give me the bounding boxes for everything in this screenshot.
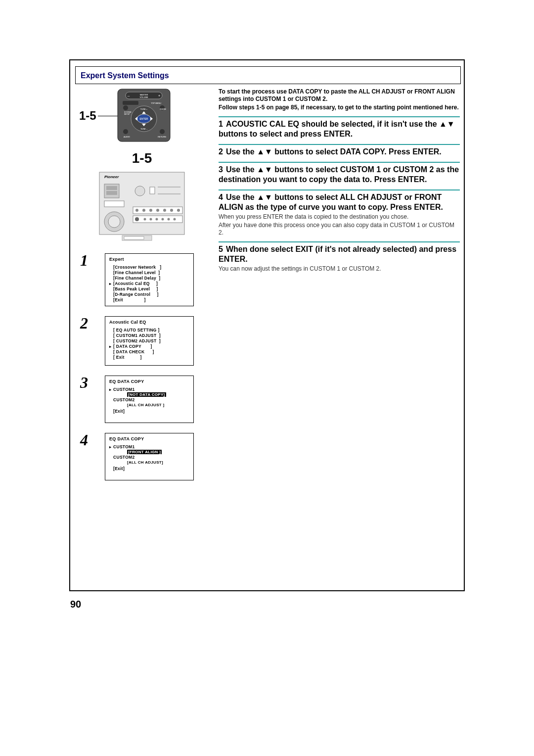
step-4-heading: 4Use the ▲▼ buttons to select ALL CH ADJ… [219, 192, 460, 212]
page: Expert System Settings 1-5 MASTER VOLUME… [0, 0, 534, 756]
svg-rect-6 [123, 101, 138, 105]
section-header: Expert System Settings [75, 66, 461, 84]
svg-point-39 [149, 209, 152, 212]
osd-screen-1: Expert [Crossover Network ] [Fine Channe… [105, 253, 194, 306]
svg-text:SETUP: SETUP [124, 113, 130, 115]
step-3-heading: 3Use the ▲▼ buttons to select CUSTOM 1 o… [219, 165, 460, 185]
svg-point-43 [177, 209, 180, 212]
osd-screen-4: EQ DATA COPY CUSTOM1 [FRONT ALIGN ] CUST… [105, 433, 194, 480]
osd1-title: Expert [109, 257, 189, 262]
divider-2 [219, 144, 460, 145]
svg-point-23 [160, 129, 165, 134]
divider-4 [219, 189, 460, 190]
svg-point-45 [135, 217, 139, 221]
svg-rect-32 [150, 187, 155, 194]
right-column: To start the process use DATA COPY to pa… [219, 88, 460, 273]
step-5-heading: 5When done select EXIT (if it's not alre… [219, 244, 460, 264]
osd4-title: EQ DATA COPY [109, 436, 189, 441]
page-number: 90 [70, 599, 81, 610]
osd3-title: EQ DATA COPY [109, 379, 189, 384]
receiver-icon: Pioneer [97, 169, 186, 243]
svg-text:TOP MENU: TOP MENU [151, 102, 161, 104]
osd-group-4: 4 EQ DATA COPY CUSTOM1 [FRONT ALIGN ] CU… [75, 433, 209, 480]
svg-point-22 [123, 129, 128, 134]
svg-rect-29 [106, 186, 117, 190]
svg-text:AUDIO: AUDIO [124, 136, 130, 138]
osd-group-3: 3 EQ DATA COPY CUSTOM1 [NOT DATA COPY] C… [75, 376, 209, 423]
svg-point-37 [135, 209, 138, 212]
svg-point-48 [156, 218, 158, 221]
svg-text:–: – [128, 94, 130, 98]
svg-text:GUIDE: GUIDE [160, 108, 166, 110]
svg-point-51 [174, 218, 176, 221]
osd-screen-3: EQ DATA COPY CUSTOM1 [NOT DATA COPY] CUS… [105, 376, 194, 423]
intro-paragraph-1: To start the process use DATA COPY to pa… [219, 88, 460, 103]
step-2-heading: 2Use the ▲▼ buttons to select DATA COPY.… [219, 147, 460, 157]
step-4-body-2: After you have done this process once yo… [219, 222, 460, 236]
divider-1 [219, 116, 460, 117]
svg-rect-35 [104, 201, 124, 207]
svg-text:ENTER: ENTER [140, 117, 148, 120]
svg-text:TUNE –: TUNE – [140, 128, 148, 130]
osd2-items: [ EQ AUTO SETTING ] [ CUSTOM1 ADJUST ] [… [109, 328, 189, 360]
callout-1-5-top: 1-5 [79, 109, 96, 123]
content-frame: Expert System Settings 1-5 MASTER VOLUME… [69, 59, 465, 591]
divider-3 [219, 162, 460, 163]
svg-text:VOLUME: VOLUME [140, 96, 148, 98]
osd1-items: [Crossover Network ] [Fine Channel Level… [109, 265, 189, 303]
remote-diagram-group: 1-5 MASTER VOLUME – + TOP MENU SYSTEM SE… [75, 88, 209, 147]
svg-point-40 [156, 209, 159, 212]
svg-text:RETURN: RETURN [158, 136, 166, 138]
divider-5 [219, 241, 460, 242]
left-column: 1-5 MASTER VOLUME – + TOP MENU SYSTEM SE… [75, 88, 209, 480]
osd-group-2: 2 Acoustic Cal EQ [ EQ AUTO SETTING ] [ … [75, 316, 209, 366]
svg-text:+: + [158, 94, 161, 98]
svg-text:TUNE +: TUNE + [140, 108, 148, 110]
step-label-1: 1 [73, 251, 88, 270]
svg-point-46 [144, 218, 146, 221]
callout-line [98, 116, 118, 116]
svg-point-31 [135, 186, 145, 196]
svg-point-53 [108, 216, 120, 228]
svg-point-41 [163, 209, 166, 212]
intro-paragraph-2: Follow steps 1-5 on page 85, if necessar… [219, 104, 460, 111]
svg-point-47 [150, 218, 152, 221]
svg-point-38 [142, 209, 145, 212]
step-5-body: You can now adjust the settings in CUSTO… [219, 265, 460, 273]
svg-point-50 [168, 218, 170, 221]
svg-point-9 [123, 105, 128, 110]
step-4-body-1: When you press ENTER the data is copied … [219, 213, 460, 221]
step-label-2: 2 [73, 314, 88, 332]
step-label-4: 4 [73, 431, 88, 449]
callout-1-5-mid: 1-5 [75, 150, 209, 166]
svg-point-49 [162, 218, 164, 221]
svg-rect-30 [106, 191, 117, 195]
osd-screen-2: Acoustic Cal EQ [ EQ AUTO SETTING ] [ CU… [105, 316, 194, 366]
step-label-3: 3 [73, 374, 88, 392]
step-1-heading: 1ACOUSTIC CAL EQ should be selected, if … [219, 119, 460, 139]
svg-rect-55 [124, 236, 144, 239]
osd2-title: Acoustic Cal EQ [109, 320, 189, 325]
svg-point-42 [170, 209, 173, 212]
svg-text:Pioneer: Pioneer [104, 175, 119, 179]
osd-group-1: 1 Expert [Crossover Network ] [Fine Chan… [75, 253, 209, 306]
remote-icon: MASTER VOLUME – + TOP MENU SYSTEM SETUP … [117, 88, 171, 142]
